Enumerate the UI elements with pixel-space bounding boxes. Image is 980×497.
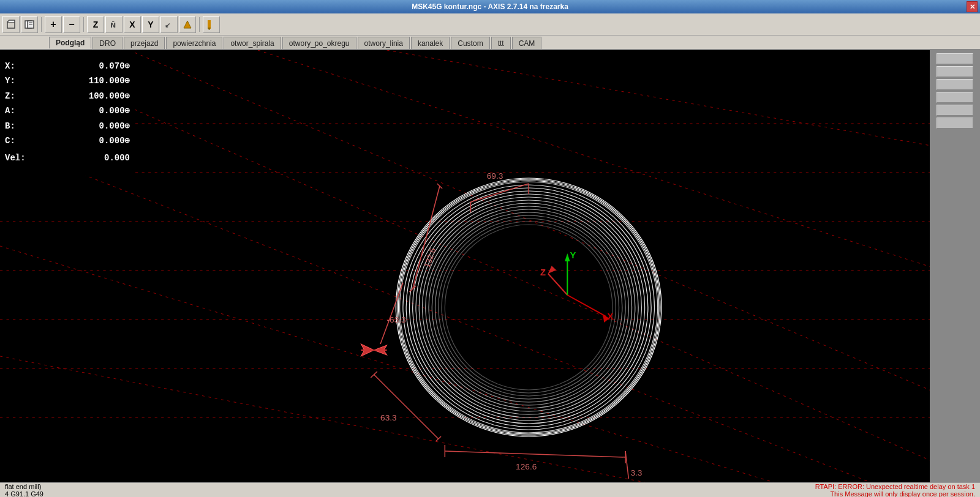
tab-powierzchnia[interactable]: powierzchnia	[166, 37, 222, 49]
svg-point-39	[439, 219, 619, 396]
tab-cam[interactable]: CAM	[512, 37, 542, 49]
svg-point-29	[426, 206, 632, 408]
svg-point-26	[416, 197, 641, 417]
svg-point-25	[413, 194, 645, 420]
svg-text:Y: Y	[570, 250, 576, 260]
svg-rect-8	[208, 20, 211, 29]
svg-rect-0	[7, 22, 15, 28]
tab-ttt[interactable]: ttt	[491, 37, 511, 49]
tab-dro[interactable]: DRO	[92, 37, 123, 49]
svg-text:69.3: 69.3	[487, 171, 503, 181]
side-panel	[930, 50, 980, 482]
tool-button[interactable]	[203, 16, 220, 33]
side-btn-4[interactable]	[937, 92, 973, 103]
svg-line-42	[470, 184, 529, 202]
vel-label: Vel:	[5, 151, 29, 165]
side-btn-5[interactable]	[937, 105, 973, 116]
c-value: 0.000⊕	[81, 134, 130, 148]
svg-line-65	[548, 274, 568, 295]
zoom-in-button[interactable]: +	[45, 16, 62, 33]
x-label: X:	[5, 59, 29, 73]
status-bar: flat end mill) 4 G91.1 G49 RTAPI: ERROR:…	[0, 482, 980, 497]
main-area: X: 0.070⊕ Y: 110.000⊕ Z: 100.000⊕ A: 0.0…	[0, 50, 980, 482]
home-y-button[interactable]: Y	[142, 16, 159, 33]
cnc-viewport[interactable]: X: 0.070⊕ Y: 110.000⊕ Z: 100.000⊕ A: 0.0…	[0, 50, 980, 482]
tab-otwor-spirala[interactable]: otwor_spirala	[224, 37, 281, 49]
svg-line-22	[387, 50, 980, 154]
sep1	[41, 17, 42, 32]
svg-text:↙: ↙	[165, 21, 170, 29]
side-btn-1[interactable]	[937, 53, 973, 64]
svg-point-32	[435, 215, 622, 399]
tabs: Podgląd DRO przejazd powierzchnia otwor_…	[0, 36, 980, 50]
dim-126-6: 126.6	[445, 445, 625, 471]
zoom-out-button[interactable]: −	[63, 16, 80, 33]
svg-marker-66	[546, 266, 556, 275]
side-btn-3[interactable]	[937, 79, 973, 90]
y-value: 110.000⊕	[81, 74, 130, 88]
toolbar: + − Z N̄ X Y ↙	[0, 13, 980, 36]
title-text: MSK45G kontur.ngc - AXIS 2.7.14 na freza…	[412, 2, 568, 11]
status-line2: 4 G91.1 G49	[5, 490, 189, 498]
svg-text:3.3: 3.3	[630, 468, 642, 477]
home-n-button[interactable]: N̄	[105, 16, 123, 33]
side-btn-2[interactable]	[937, 66, 973, 77]
svg-marker-68	[565, 253, 570, 261]
home-x-button[interactable]: X	[124, 16, 141, 33]
toolpath-group	[396, 178, 662, 436]
home-s-button[interactable]	[179, 16, 196, 33]
cnc-svg-canvas: 69.3 132.6 -63.3	[0, 50, 980, 482]
status-left: flat end mill) 4 G91.1 G49	[5, 483, 189, 498]
sep3	[199, 17, 200, 32]
open-file-button[interactable]	[2, 16, 20, 33]
recent-files-button[interactable]	[21, 16, 38, 33]
a-label: A:	[5, 104, 29, 118]
tab-otwory-po-okregu[interactable]: otwory_po_okregu	[282, 37, 356, 49]
x-value: 0.070⊕	[81, 59, 130, 73]
dro-display: X: 0.070⊕ Y: 110.000⊕ Z: 100.000⊕ A: 0.0…	[0, 50, 135, 176]
title-bar: MSK45G kontur.ngc - AXIS 2.7.14 na freza…	[0, 0, 980, 13]
tool-position	[361, 344, 386, 356]
z-label: Z:	[5, 89, 29, 103]
svg-line-18	[129, 50, 980, 411]
svg-point-31	[432, 212, 625, 402]
close-button[interactable]: ✕	[967, 1, 978, 12]
b-label: B:	[5, 119, 29, 133]
svg-line-69	[567, 295, 606, 316]
dim-neg-63-3: -63.3	[380, 283, 406, 344]
svg-text:126.6: 126.6	[516, 462, 537, 471]
svg-point-28	[422, 203, 635, 411]
dim-3-3: 3.3	[625, 451, 642, 479]
b-value: 0.000⊕	[81, 119, 130, 133]
svg-line-47	[409, 286, 416, 292]
svg-line-63	[625, 451, 628, 479]
svg-point-33	[406, 188, 651, 427]
svg-marker-7	[184, 21, 191, 28]
tab-podglad[interactable]: Podgląd	[49, 37, 91, 49]
svg-line-59	[445, 451, 625, 457]
svg-text:-63.3: -63.3	[387, 315, 406, 324]
svg-point-30	[429, 209, 628, 405]
svg-text:X: X	[608, 312, 614, 321]
a-value: 0.000⊕	[81, 104, 130, 118]
home-p-button[interactable]: ↙	[160, 16, 178, 33]
svg-point-27	[419, 200, 638, 414]
tab-przejazd[interactable]: przejazd	[124, 37, 165, 49]
svg-line-20	[258, 50, 980, 283]
c-label: C:	[5, 134, 29, 148]
y-label: Y:	[5, 74, 29, 88]
status-right: RTAPI: ERROR: Unexpected realtime delay …	[189, 483, 975, 498]
svg-text:N̄: N̄	[110, 21, 116, 28]
side-btn-6[interactable]	[937, 118, 973, 129]
z-value: 100.000⊕	[81, 89, 130, 103]
svg-point-41	[445, 225, 612, 390]
svg-text:63.3: 63.3	[380, 413, 397, 422]
svg-text:Z: Z	[540, 267, 546, 277]
tab-custom[interactable]: Custom	[451, 37, 489, 49]
tab-otwory-linia[interactable]: otwory_linia	[358, 37, 410, 49]
sep2	[83, 17, 84, 32]
home-z-button[interactable]: Z	[87, 16, 104, 33]
tab-kanalek[interactable]: kanalek	[411, 37, 450, 49]
status-line1: flat end mill)	[5, 483, 189, 490]
vel-value: 0.000	[81, 151, 130, 165]
